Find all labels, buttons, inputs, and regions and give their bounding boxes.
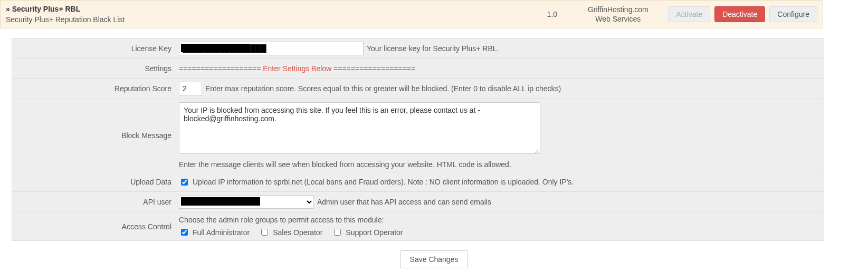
role-sales-operator[interactable]: Sales Operator (259, 227, 322, 237)
row-block-message: Block Message Enter the message clients … (12, 99, 824, 172)
label-access-control: Access Control (12, 217, 176, 236)
field-license-key: Your license key for Security Plus+ RBL. (176, 38, 824, 59)
module-name: Security Plus+ RBL (12, 5, 81, 13)
access-control-roles: Full Administrator Sales Operator Suppor… (179, 227, 403, 237)
help-api-user: Admin user that has API access and can s… (317, 198, 491, 206)
field-block-message: Enter the message clients will see when … (176, 99, 824, 172)
block-message-textarea[interactable] (179, 102, 540, 154)
help-license-key: Your license key for Security Plus+ RBL. (367, 44, 499, 53)
label-license-key: License Key (12, 39, 176, 58)
field-settings-divider: =================== Enter Settings Below… (176, 59, 824, 78)
row-reputation-score: Reputation Score Enter max reputation sc… (12, 79, 824, 99)
field-api-user: Admin user that has API access and can s… (176, 192, 824, 212)
reputation-score-input[interactable] (179, 82, 202, 95)
help-reputation-score: Enter max reputation score. Scores equal… (205, 84, 561, 93)
field-upload-data: Upload IP information to sprbl.net (Loca… (176, 172, 824, 191)
module-vendor: GriffinHosting.com Web Services (573, 5, 663, 24)
role-full-administrator[interactable]: Full Administrator (179, 227, 250, 237)
upload-data-text: Upload IP information to sprbl.net (Loca… (193, 178, 574, 186)
help-block-message: Enter the message clients will see when … (179, 160, 821, 169)
module-title: » Security Plus+ RBL (6, 5, 531, 13)
vendor-line2: Web Services (573, 14, 663, 24)
label-upload-data: Upload Data (12, 172, 176, 191)
role-support-operator[interactable]: Support Operator (332, 227, 403, 237)
save-row: Save Changes (0, 241, 868, 272)
vendor-line1: GriffinHosting.com (573, 5, 663, 14)
row-access-control: Access Control Choose the admin role gro… (12, 212, 824, 240)
label-reputation-score: Reputation Score (12, 79, 176, 98)
row-settings-divider: Settings =================== Enter Setti… (12, 59, 824, 79)
settings-divider-text: =================== Enter Settings Below… (179, 64, 415, 73)
row-api-user: API user Admin user that has API access … (12, 192, 824, 212)
role-sales-operator-checkbox[interactable] (261, 229, 268, 236)
deactivate-button[interactable]: Deactivate (714, 6, 765, 22)
settings-panel: License Key Your license key for Securit… (12, 38, 824, 241)
save-changes-button[interactable]: Save Changes (400, 250, 469, 268)
role-support-operator-checkbox[interactable] (334, 229, 341, 236)
module-header: » Security Plus+ RBL Security Plus+ Repu… (0, 0, 823, 28)
configure-button[interactable]: Configure (769, 6, 817, 22)
role-full-administrator-checkbox[interactable] (181, 229, 188, 236)
label-block-message: Block Message (12, 126, 176, 145)
upload-data-checkbox[interactable] (181, 179, 188, 186)
label-api-user: API user (12, 192, 176, 211)
field-reputation-score: Enter max reputation score. Scores equal… (176, 79, 824, 99)
label-settings: Settings (12, 59, 176, 78)
breadcrumb-prefix: » (6, 5, 12, 13)
role-sales-operator-label: Sales Operator (273, 228, 322, 237)
activate-button[interactable]: Activate (668, 6, 710, 22)
upload-data-checkbox-wrapper[interactable]: Upload IP information to sprbl.net (Loca… (179, 177, 574, 187)
role-full-administrator-label: Full Administrator (193, 228, 250, 237)
row-license-key: License Key Your license key for Securit… (12, 38, 824, 59)
module-actions: Activate Deactivate Configure (663, 6, 817, 22)
row-upload-data: Upload Data Upload IP information to spr… (12, 172, 824, 192)
license-key-input[interactable] (179, 42, 364, 55)
access-control-intro: Choose the admin role groups to permit a… (179, 216, 384, 224)
field-access-control: Choose the admin role groups to permit a… (176, 212, 824, 240)
module-version: 1.0 (531, 10, 573, 18)
module-title-block: » Security Plus+ RBL Security Plus+ Repu… (6, 5, 531, 24)
role-support-operator-label: Support Operator (346, 228, 403, 237)
module-subtitle: Security Plus+ Reputation Black List (6, 15, 531, 24)
api-user-select[interactable] (179, 195, 314, 209)
